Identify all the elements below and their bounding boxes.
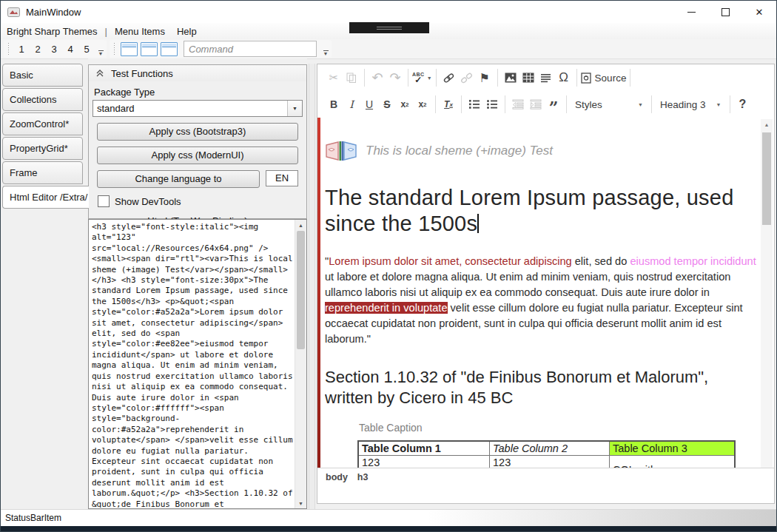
minimize-button[interactable] (674, 1, 708, 23)
page-button-3[interactable]: 3 (46, 43, 62, 55)
toolbar-grip[interactable] (7, 43, 11, 55)
page-button-1[interactable]: 1 (13, 43, 30, 55)
strikethrough-button[interactable]: S (378, 95, 396, 113)
window-bottom-edge (1, 526, 776, 531)
tab-basic[interactable]: Basic (2, 64, 83, 87)
editor-toolbar-row1: ✂ ↶ ↷ ABC ✓ ▼ ⚑ Ω (317, 64, 774, 91)
window-layout-icon-2[interactable] (141, 42, 158, 56)
language-field[interactable]: EN (266, 170, 298, 186)
scroll-down-icon[interactable]: ▼ (295, 498, 306, 508)
unlink-icon[interactable] (458, 69, 476, 87)
increase-indent-icon[interactable] (527, 95, 545, 113)
command-input[interactable]: Command (184, 41, 317, 57)
apply-css-modernui-button[interactable]: Apply css (ModernUI) (97, 147, 298, 164)
numbered-list-icon[interactable] (465, 95, 483, 113)
italic-button[interactable]: I (343, 95, 360, 113)
toolbar-separator (436, 69, 437, 87)
expander-content: Package Type standard ▼ Apply css (Boots… (88, 81, 307, 219)
grid-splitter[interactable] (309, 64, 315, 509)
spellcheck-button[interactable]: ABC ✓ ▼ (412, 69, 432, 87)
path-body[interactable]: body (326, 472, 348, 482)
html-source-textarea[interactable]: <h3 style="font-style:italic"><img alt="… (90, 220, 295, 508)
test-functions-panel: Test Functions Package Type standard ▼ A… (88, 58, 307, 510)
cut-icon[interactable]: ✂ (325, 69, 343, 87)
close-button[interactable]: ✕ (742, 1, 776, 23)
bulleted-list-icon[interactable] (483, 95, 501, 113)
floating-drag-handle[interactable] (349, 22, 429, 33)
window-layout-icon-3[interactable] (161, 42, 178, 56)
scroll-up-icon[interactable]: ▲ (761, 119, 773, 129)
chevron-down-icon: ▼ (638, 102, 643, 107)
decrease-indent-icon[interactable] (509, 95, 527, 113)
window-layout-icon-1[interactable] (121, 42, 138, 56)
styles-dropdown[interactable]: Styles ▼ (571, 99, 648, 110)
chevron-down-icon[interactable]: ▼ (287, 101, 302, 116)
scroll-up-icon[interactable]: ▲ (295, 220, 306, 230)
toolbar-grip[interactable] (113, 43, 117, 55)
redo-icon[interactable]: ↷ (386, 69, 404, 87)
editor-content-area[interactable]: This is local sheme (+image) Test The st… (317, 118, 774, 486)
elements-path-bar: body h3 (317, 468, 774, 486)
banner-text: This is local sheme (+image) Test (366, 144, 553, 158)
horizontal-rule-icon[interactable] (537, 69, 555, 87)
superscript-button[interactable]: x2 (414, 95, 431, 113)
bold-button[interactable]: B (325, 95, 343, 113)
menu-bright-sharp-themes[interactable]: Bright Sharp Themes (1, 24, 104, 38)
tab-collections[interactable]: Collections (2, 88, 83, 111)
remove-format-button[interactable]: Tx (440, 95, 457, 113)
minimize-icon (687, 12, 696, 13)
copy-icon[interactable] (343, 69, 360, 87)
toolbar-overflow-button[interactable]: ▼ (96, 41, 105, 56)
underline-button[interactable]: U (360, 95, 378, 113)
link-icon[interactable] (440, 69, 458, 87)
path-h3[interactable]: h3 (357, 472, 369, 482)
paragraph-format-dropdown[interactable]: Heading 3 ▼ (656, 99, 726, 110)
tab-frame[interactable]: Frame (2, 161, 83, 184)
toolbar-separator (730, 95, 730, 113)
left-tab-rail: Basic Collections ZoomControl* PropertyG… (1, 58, 88, 510)
source-button[interactable]: Source (581, 69, 627, 87)
page-button-5[interactable]: 5 (78, 43, 95, 55)
maximize-icon (722, 8, 730, 16)
page-button-2[interactable]: 2 (30, 43, 46, 55)
package-type-combobox[interactable]: standard ▼ (92, 100, 303, 117)
tab-zoomcontrol[interactable]: ZoomControl* (2, 112, 83, 135)
change-language-button[interactable]: Change language to (97, 170, 260, 188)
insert-table-icon[interactable] (519, 69, 537, 87)
expander-title: Test Functions (111, 68, 173, 79)
special-char-omega-icon[interactable]: Ω (555, 69, 573, 87)
apply-css-bootstrap3-button[interactable]: Apply css (Bootstrap3) (97, 123, 298, 141)
source-doc-icon (581, 73, 591, 84)
toolbar-overflow-button[interactable]: ▼ (321, 41, 330, 56)
subscript-button[interactable]: x2 (396, 95, 414, 113)
scrollbar-thumb[interactable] (762, 132, 771, 225)
insert-image-icon[interactable] (502, 69, 519, 87)
highlighted-text: reprehenderit in voluptate (325, 302, 448, 314)
toolbar-separator (576, 69, 577, 87)
scrollbar-thumb[interactable] (297, 231, 305, 349)
menu-help[interactable]: Help (171, 24, 203, 38)
maximize-button[interactable] (708, 1, 742, 23)
toolbar-separator (651, 95, 652, 113)
toolbar-separator (435, 95, 436, 113)
content-scrollbar[interactable]: ▲ ▼ (761, 119, 773, 485)
anchor-flag-icon[interactable]: ⚑ (476, 69, 494, 87)
menu-bar: Bright Sharp Themes | Menu Items Help (1, 23, 776, 39)
tab-propertygrid[interactable]: PropertyGrid* (2, 137, 83, 160)
toolbar-separator (630, 69, 630, 87)
source-scrollbar[interactable]: ▲ ▼ (295, 220, 306, 508)
page-button-4[interactable]: 4 (62, 43, 78, 55)
undo-icon[interactable]: ↶ (369, 69, 386, 87)
expander-header[interactable]: Test Functions (88, 64, 307, 82)
show-devtools-checkbox[interactable] (98, 195, 110, 207)
title-bar: MainWindow ✕ (1, 1, 776, 23)
tab-html-editor-extra[interactable]: Html Editor /Extra/ (2, 186, 89, 209)
about-help-button[interactable]: ? (734, 95, 752, 113)
local-image (325, 140, 357, 162)
blockquote-icon[interactable]: ” (545, 92, 562, 116)
toolbar-separator (461, 95, 462, 113)
menu-menu-items[interactable]: Menu Items (109, 24, 171, 38)
content-left-red-border (317, 118, 320, 486)
menu-separator: | (104, 26, 109, 37)
table-caption: Table Caption (359, 422, 758, 434)
